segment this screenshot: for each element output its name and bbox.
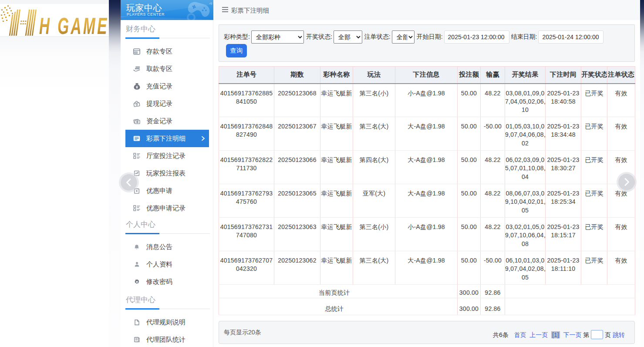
svg-text:H GAME: H GAME <box>39 13 109 36</box>
